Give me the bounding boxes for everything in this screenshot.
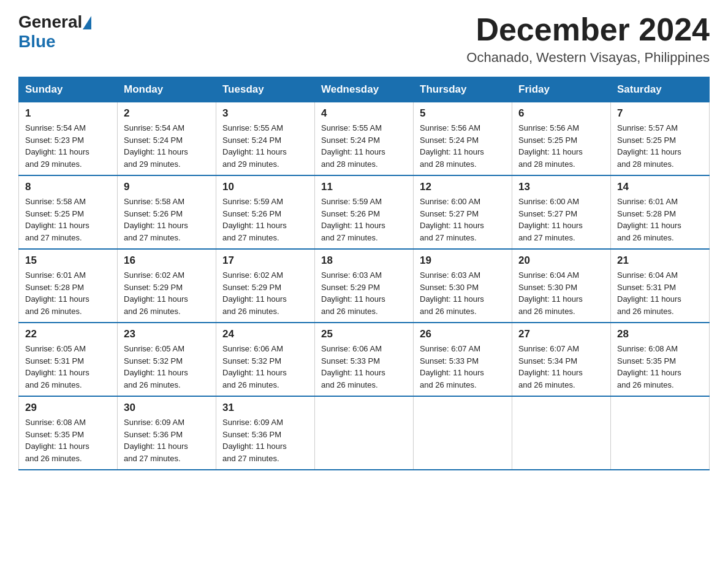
day-info: Sunrise: 6:03 AMSunset: 5:30 PMDaylight:… [420,270,484,316]
day-number: 23 [124,328,210,340]
calendar-cell: 17Sunrise: 6:02 AMSunset: 5:29 PMDayligh… [216,249,315,323]
calendar-cell: 24Sunrise: 6:06 AMSunset: 5:32 PMDayligh… [216,323,315,396]
calendar-cell: 29Sunrise: 6:08 AMSunset: 5:35 PMDayligh… [19,396,118,470]
day-info: Sunrise: 5:59 AMSunset: 5:26 PMDaylight:… [321,197,385,242]
calendar-cell: 19Sunrise: 6:03 AMSunset: 5:30 PMDayligh… [414,249,512,323]
day-info: Sunrise: 6:07 AMSunset: 5:33 PMDaylight:… [420,344,484,389]
calendar-cell: 28Sunrise: 6:08 AMSunset: 5:35 PMDayligh… [611,323,710,396]
day-number: 30 [124,402,210,414]
col-header-tuesday: Tuesday [216,77,315,102]
calendar-cell: 20Sunrise: 6:04 AMSunset: 5:30 PMDayligh… [512,249,611,323]
day-number: 10 [222,181,308,193]
calendar-cell: 21Sunrise: 6:04 AMSunset: 5:31 PMDayligh… [611,249,710,323]
logo: General Blue [18,12,91,52]
day-number: 16 [124,255,210,267]
calendar-cell: 8Sunrise: 5:58 AMSunset: 5:25 PMDaylight… [19,175,118,249]
calendar-week-row: 29Sunrise: 6:08 AMSunset: 5:35 PMDayligh… [19,396,710,470]
day-info: Sunrise: 6:05 AMSunset: 5:31 PMDaylight:… [25,344,89,389]
location-subtitle: Ochanado, Western Visayas, Philippines [466,50,710,66]
logo-general-text: General [18,12,82,32]
day-number: 21 [617,255,703,267]
calendar-cell: 25Sunrise: 6:06 AMSunset: 5:33 PMDayligh… [315,323,414,396]
calendar-cell: 6Sunrise: 5:56 AMSunset: 5:25 PMDaylight… [512,102,611,176]
calendar-week-row: 15Sunrise: 6:01 AMSunset: 5:28 PMDayligh… [19,249,710,323]
day-number: 20 [518,255,604,267]
calendar-cell: 16Sunrise: 6:02 AMSunset: 5:29 PMDayligh… [118,249,216,323]
calendar-cell [512,396,611,470]
col-header-sunday: Sunday [19,77,118,102]
day-number: 27 [518,328,604,340]
day-info: Sunrise: 6:09 AMSunset: 5:36 PMDaylight:… [124,418,188,463]
calendar-cell: 22Sunrise: 6:05 AMSunset: 5:31 PMDayligh… [19,323,118,396]
day-number: 28 [617,328,703,340]
calendar-cell: 4Sunrise: 5:55 AMSunset: 5:24 PMDaylight… [315,102,414,176]
calendar-cell: 10Sunrise: 5:59 AMSunset: 5:26 PMDayligh… [216,175,315,249]
day-number: 19 [420,255,506,267]
day-info: Sunrise: 5:56 AMSunset: 5:25 PMDaylight:… [518,123,583,169]
day-info: Sunrise: 5:57 AMSunset: 5:25 PMDaylight:… [617,123,681,169]
day-number: 25 [321,328,407,340]
calendar-cell: 23Sunrise: 6:05 AMSunset: 5:32 PMDayligh… [118,323,216,396]
day-info: Sunrise: 6:06 AMSunset: 5:33 PMDaylight:… [321,344,385,389]
calendar-cell: 9Sunrise: 5:58 AMSunset: 5:26 PMDaylight… [118,175,216,249]
day-number: 4 [321,107,407,120]
day-info: Sunrise: 6:03 AMSunset: 5:29 PMDaylight:… [321,270,385,316]
col-header-friday: Friday [512,77,611,102]
day-info: Sunrise: 5:54 AMSunset: 5:23 PMDaylight:… [25,123,89,169]
calendar-cell: 2Sunrise: 5:54 AMSunset: 5:24 PMDaylight… [118,102,216,176]
calendar-week-row: 8Sunrise: 5:58 AMSunset: 5:25 PMDaylight… [19,175,710,249]
day-number: 6 [518,107,604,120]
day-info: Sunrise: 5:58 AMSunset: 5:26 PMDaylight:… [124,197,188,242]
calendar-header-row: SundayMondayTuesdayWednesdayThursdayFrid… [19,77,710,102]
calendar-cell: 31Sunrise: 6:09 AMSunset: 5:36 PMDayligh… [216,396,315,470]
day-info: Sunrise: 6:00 AMSunset: 5:27 PMDaylight:… [420,197,484,242]
day-info: Sunrise: 6:05 AMSunset: 5:32 PMDaylight:… [124,344,188,389]
day-number: 18 [321,255,407,267]
day-info: Sunrise: 5:55 AMSunset: 5:24 PMDaylight:… [321,123,385,169]
day-number: 15 [25,255,111,267]
page-header: General Blue December 2024 Ochanado, Wes… [18,12,710,66]
day-info: Sunrise: 6:04 AMSunset: 5:31 PMDaylight:… [617,270,681,316]
calendar-cell: 14Sunrise: 6:01 AMSunset: 5:28 PMDayligh… [611,175,710,249]
calendar-cell: 27Sunrise: 6:07 AMSunset: 5:34 PMDayligh… [512,323,611,396]
col-header-thursday: Thursday [414,77,512,102]
day-number: 26 [420,328,506,340]
day-number: 1 [25,107,111,120]
day-number: 14 [617,181,703,193]
day-number: 29 [25,402,111,414]
day-info: Sunrise: 6:07 AMSunset: 5:34 PMDaylight:… [518,344,583,389]
calendar-cell: 18Sunrise: 6:03 AMSunset: 5:29 PMDayligh… [315,249,414,323]
calendar-week-row: 22Sunrise: 6:05 AMSunset: 5:31 PMDayligh… [19,323,710,396]
day-info: Sunrise: 5:59 AMSunset: 5:26 PMDaylight:… [222,197,287,242]
day-number: 9 [124,181,210,193]
day-info: Sunrise: 5:54 AMSunset: 5:24 PMDaylight:… [124,123,188,169]
day-info: Sunrise: 6:01 AMSunset: 5:28 PMDaylight:… [25,270,89,316]
calendar-cell: 3Sunrise: 5:55 AMSunset: 5:24 PMDaylight… [216,102,315,176]
col-header-monday: Monday [118,77,216,102]
col-header-wednesday: Wednesday [315,77,414,102]
day-info: Sunrise: 6:09 AMSunset: 5:36 PMDaylight:… [222,418,287,463]
calendar-cell: 13Sunrise: 6:00 AMSunset: 5:27 PMDayligh… [512,175,611,249]
calendar-cell [414,396,512,470]
day-info: Sunrise: 5:56 AMSunset: 5:24 PMDaylight:… [420,123,484,169]
day-info: Sunrise: 6:02 AMSunset: 5:29 PMDaylight:… [124,270,188,316]
day-number: 17 [222,255,308,267]
logo-triangle-icon [83,16,91,29]
day-number: 5 [420,107,506,120]
day-number: 12 [420,181,506,193]
calendar-week-row: 1Sunrise: 5:54 AMSunset: 5:23 PMDaylight… [19,102,710,176]
day-info: Sunrise: 5:55 AMSunset: 5:24 PMDaylight:… [222,123,287,169]
day-number: 31 [222,402,308,414]
logo-blue-text: Blue [18,32,56,52]
calendar-cell: 11Sunrise: 5:59 AMSunset: 5:26 PMDayligh… [315,175,414,249]
title-section: December 2024 Ochanado, Western Visayas,… [466,12,710,66]
month-year-title: December 2024 [466,12,710,47]
day-number: 11 [321,181,407,193]
calendar-cell: 7Sunrise: 5:57 AMSunset: 5:25 PMDaylight… [611,102,710,176]
calendar-cell: 15Sunrise: 6:01 AMSunset: 5:28 PMDayligh… [19,249,118,323]
day-number: 2 [124,107,210,120]
calendar-cell: 26Sunrise: 6:07 AMSunset: 5:33 PMDayligh… [414,323,512,396]
day-number: 13 [518,181,604,193]
calendar-table: SundayMondayTuesdayWednesdayThursdayFrid… [18,77,710,470]
day-info: Sunrise: 6:02 AMSunset: 5:29 PMDaylight:… [222,270,287,316]
